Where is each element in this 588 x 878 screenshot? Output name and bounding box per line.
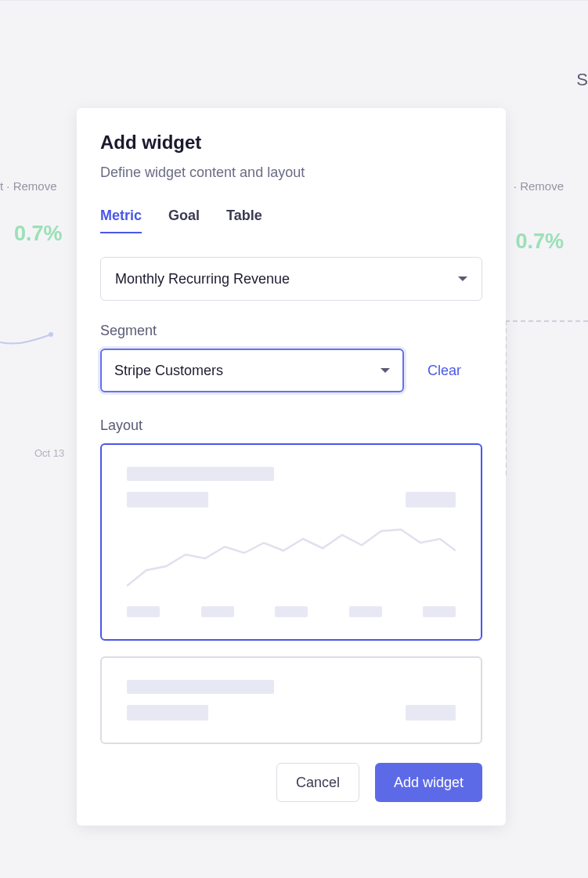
skeleton-bar [423,606,456,617]
svg-point-0 [49,332,53,337]
skeleton-chart-icon [127,523,456,592]
modal-title: Add widget [100,132,482,154]
tab-table[interactable]: Table [226,208,262,233]
segment-select-value: Stripe Customers [114,363,223,379]
bg-remove-right: · Remove [514,179,564,193]
bg-dashed-border [505,320,588,475]
clear-button[interactable]: Clear [427,363,461,379]
layout-option-simple[interactable] [100,656,482,744]
tab-goal[interactable]: Goal [168,208,200,233]
layout-option-chart[interactable] [100,443,482,641]
skeleton-bar [127,606,160,617]
skeleton-bar [127,680,274,694]
modal-footer: Cancel Add widget [100,763,482,802]
layout-label: Layout [100,417,482,434]
tabs: Metric Goal Table [100,208,482,233]
skeleton-bar [127,467,274,481]
bg-date: Oct 13 [34,447,64,459]
add-widget-modal: Add widget Define widget content and lay… [77,108,506,826]
bg-text-s: S [576,70,588,90]
bg-remove-left: t · Remove [0,179,57,193]
add-widget-button[interactable]: Add widget [375,763,482,802]
skeleton-bar [349,606,382,617]
modal-subtitle: Define widget content and layout [100,164,482,181]
metric-select[interactable]: Monthly Recurring Revenue [100,257,482,301]
metric-select-value: Monthly Recurring Revenue [115,271,290,287]
skeleton-bar [406,492,456,508]
bg-sparkline [0,320,55,352]
skeleton-bar [275,606,308,617]
cancel-button[interactable]: Cancel [276,763,359,802]
tab-metric[interactable]: Metric [100,208,142,233]
bg-pct-left: 0.7% [14,222,63,246]
bg-pct-right: 0.7% [515,229,564,254]
segment-label: Segment [100,323,482,339]
chevron-down-icon [381,368,390,373]
segment-select[interactable]: Stripe Customers [100,349,404,392]
skeleton-bar [406,705,456,721]
chevron-down-icon [458,276,467,281]
skeleton-bar [201,606,234,617]
skeleton-bar [127,492,208,508]
skeleton-bar [127,705,208,721]
